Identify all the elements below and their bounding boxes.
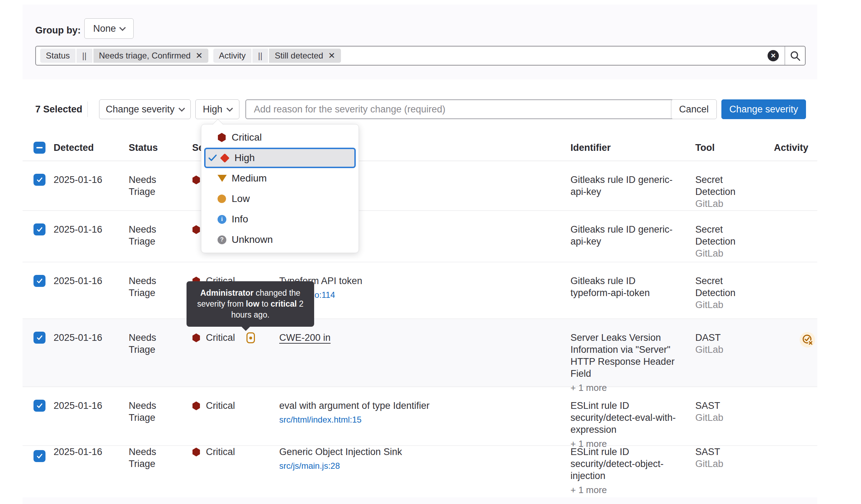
filter-tokens: Status || Needs triage, Confirmed ✕ Acti… — [36, 49, 768, 63]
tool-value: Secret Detection — [695, 275, 743, 299]
remove-token-icon[interactable]: ✕ — [196, 51, 203, 60]
filter-token-status[interactable]: Status || Needs triage, Confirmed ✕ — [40, 49, 208, 63]
severity-value: Critical — [206, 332, 235, 344]
row-checkbox[interactable] — [33, 400, 45, 412]
chevron-down-icon — [226, 105, 233, 111]
severity-option-low[interactable]: Low — [201, 189, 359, 209]
severity-option-unknown[interactable]: ? Unknown — [201, 229, 359, 250]
identifier-value: Server Leaks Version Information via "Se… — [570, 332, 678, 380]
table-header-row: Detected Status Severity Identifier Tool… — [23, 136, 817, 161]
description-cell: CWE-200 in — [279, 319, 570, 394]
detected-date: 2025-01-16 — [54, 211, 129, 262]
severity-option-medium[interactable]: Medium — [201, 168, 359, 189]
detected-date: 2025-01-16 — [54, 387, 129, 450]
header-tool[interactable]: Tool — [695, 136, 774, 161]
tool-value: DAST — [695, 332, 743, 344]
header-activity[interactable]: Activity — [774, 136, 817, 161]
change-status-dropdown[interactable]: Change severity — [99, 99, 191, 119]
status-value: Needs Triage — [129, 275, 167, 299]
severity-unknown-icon: ? — [218, 235, 226, 244]
description-cell: Typeform API token o:114 — [279, 262, 570, 319]
identifier-value: Gitleaks rule ID typeform-api-token — [570, 275, 678, 299]
table-row[interactable]: 2025-01-16 Needs Triage Critical eval wi… — [23, 387, 817, 446]
change-severity-submit-button[interactable]: Change severity — [721, 99, 806, 119]
severity-option-info[interactable]: i Info — [201, 209, 359, 229]
filtered-search-bar[interactable]: Status || Needs triage, Confirmed ✕ Acti… — [35, 46, 806, 66]
severity-option-high[interactable]: High — [204, 148, 356, 168]
tool-vendor: GitLab — [695, 299, 774, 311]
chevron-down-icon — [119, 24, 126, 31]
header-detected[interactable]: Detected — [54, 136, 129, 161]
description-cell: eval with argument of type Identifier sr… — [279, 387, 570, 450]
token-value[interactable]: Needs triage, Confirmed ✕ — [93, 49, 208, 63]
table-row[interactable]: 2025-01-16 Needs Triage Critical Generic… — [23, 446, 817, 497]
severity-critical-icon — [192, 176, 200, 184]
header-identifier[interactable]: Identifier — [570, 136, 695, 161]
clear-search-icon[interactable]: ✕ — [768, 50, 779, 61]
row-checkbox[interactable] — [33, 275, 45, 287]
identifier-value: Gitleaks rule ID generic-api-key — [570, 223, 678, 247]
remove-token-icon[interactable]: ✕ — [328, 51, 335, 60]
table-row[interactable]: 2025-01-16 Needs Triage Critical CWE-200… — [23, 319, 817, 387]
select-all-checkbox[interactable] — [33, 142, 45, 154]
filter-section: Group by: None Status || Needs triage, C… — [23, 5, 817, 79]
token-value[interactable]: Still detected ✕ — [269, 49, 341, 63]
severity-value: Critical — [206, 446, 235, 458]
cancel-button[interactable]: Cancel — [671, 99, 717, 119]
severity-critical-icon — [192, 333, 200, 342]
check-icon — [36, 176, 43, 183]
header-status[interactable]: Status — [129, 136, 192, 161]
identifier-value: ESLint rule ID security/detect-eval-with… — [570, 400, 678, 436]
tool-vendor: GitLab — [695, 412, 774, 424]
severity-select-dropdown[interactable]: High — [195, 99, 239, 119]
token-operator[interactable]: || — [252, 49, 268, 63]
check-icon — [36, 453, 43, 460]
severity-high-icon — [220, 153, 230, 163]
detected-date: 2025-01-16 — [54, 319, 129, 394]
search-button[interactable] — [784, 47, 805, 65]
file-location-link[interactable]: src/html/index.html:15 — [279, 414, 570, 425]
chevron-down-icon — [178, 105, 185, 111]
check-icon — [36, 277, 43, 284]
filter-token-activity[interactable]: Activity || Still detected ✕ — [213, 49, 341, 63]
severity-change-tooltip: Administrator changed the severity from … — [187, 281, 314, 327]
identifier-more[interactable]: + 1 more — [570, 484, 695, 496]
token-name[interactable]: Activity — [213, 49, 251, 63]
severity-override-icon[interactable] — [246, 332, 255, 343]
severity-critical-icon — [192, 448, 200, 456]
file-location-link[interactable]: o:114 — [315, 290, 570, 300]
row-checkbox[interactable] — [33, 332, 45, 344]
tool-value: Secret Detection — [695, 223, 743, 247]
tool-value: SAST — [695, 400, 743, 412]
token-operator[interactable]: || — [77, 49, 92, 63]
row-checkbox[interactable] — [33, 223, 45, 235]
status-value: Needs Triage — [129, 223, 167, 247]
vulnerability-table: Detected Status Severity Identifier Tool… — [23, 136, 817, 497]
selected-count: 7 Selected — [35, 99, 83, 119]
severity-option-critical[interactable]: Critical — [201, 127, 359, 148]
bulk-action-toolbar: 7 Selected Change severity High Cancel C… — [23, 99, 817, 119]
table-row[interactable]: 2025-01-16 Needs Triage Critical Gitleak… — [23, 161, 817, 211]
vulnerability-link[interactable]: CWE-200 in — [279, 332, 331, 343]
group-by-value: None — [93, 23, 116, 34]
severity-medium-icon — [218, 175, 227, 182]
check-icon — [36, 226, 43, 233]
tool-value: SAST — [695, 446, 743, 458]
tool-vendor: GitLab — [695, 344, 774, 356]
table-row[interactable]: 2025-01-16 Needs Triage Critical Gitleak… — [23, 211, 817, 262]
detected-date: 2025-01-16 — [54, 161, 129, 210]
severity-change-reason-input[interactable] — [245, 99, 688, 119]
group-by-dropdown[interactable]: None — [84, 18, 134, 39]
row-checkbox[interactable] — [33, 450, 45, 462]
token-name[interactable]: Status — [40, 49, 75, 63]
table-row[interactable]: 2025-01-16 Needs Triage Critical Typefor… — [23, 262, 817, 319]
row-checkbox[interactable] — [33, 174, 45, 186]
status-value: Needs Triage — [129, 400, 167, 424]
severity-value: Critical — [206, 400, 235, 412]
identifier-value: Gitleaks rule ID generic-api-key — [570, 174, 678, 198]
vulnerability-title[interactable]: eval with argument of type Identifier — [279, 400, 429, 411]
toolbar-divider — [87, 102, 88, 117]
detection-activity-icon[interactable] — [799, 332, 816, 348]
vulnerability-title[interactable]: Generic Object Injection Sink — [279, 447, 402, 457]
file-location-link[interactable]: src/js/main.js:28 — [279, 461, 570, 471]
